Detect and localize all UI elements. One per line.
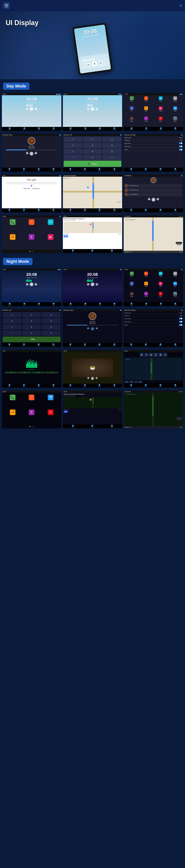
play-icon[interactable] [178, 419, 180, 421]
nav-icon[interactable]: ≡ [180, 3, 182, 8]
app-bt[interactable]: BBT [125, 106, 138, 116]
nav-auto[interactable]: AUTO [113, 168, 116, 171]
nav-email[interactable]: EMAIL [8, 303, 11, 306]
nav-apps[interactable]: APPS [159, 343, 162, 346]
nav-ctrl-2[interactable]: ↗ [144, 353, 149, 357]
nav-settings[interactable]: SETT [84, 343, 86, 346]
num-0[interactable]: 0 [83, 155, 102, 160]
social-item-1[interactable]: 华乐_999FIRE.mp3 [125, 184, 182, 188]
nav-ctrl-6[interactable]: ↙ [163, 353, 167, 357]
nav-phone[interactable]: DIAL [8, 168, 10, 171]
shortcut-music[interactable]: ♪ [23, 395, 41, 408]
num-star[interactable]: * [63, 155, 82, 160]
prev-ctrl[interactable]: ⏮ [26, 152, 28, 154]
nav-email[interactable]: EMAIL [8, 127, 11, 130]
prev-btn[interactable]: ⏮ [86, 62, 90, 67]
prev-ctrl[interactable]: ⏮ [26, 283, 28, 286]
nav-email[interactable]: EMAIL [130, 127, 133, 130]
power-toggle[interactable] [179, 149, 182, 150]
num-7[interactable]: 7 [3, 324, 22, 330]
app-netflix[interactable]: NNetflix [154, 292, 168, 301]
nav-auto[interactable]: AUTO [113, 303, 116, 306]
auto-answer-toggle[interactable] [179, 142, 182, 144]
nav-auto[interactable]: AUTO [174, 384, 177, 387]
num-6[interactable]: 6 [103, 143, 122, 148]
num-9[interactable]: 9 [103, 149, 122, 154]
num-3[interactable]: 3 [42, 312, 60, 317]
nav-phone[interactable]: DIAL [69, 343, 71, 346]
num-8[interactable]: 8 [83, 149, 102, 154]
nav-phone[interactable]: DIAL [69, 209, 71, 212]
shortcut-podcast[interactable]: 🎙 [23, 409, 41, 423]
prev-icon[interactable] [177, 419, 178, 421]
nav-auto[interactable]: AUTO [174, 127, 177, 130]
num-star[interactable]: * [3, 330, 22, 336]
num-4[interactable]: 4 [3, 318, 22, 323]
app-video[interactable]: ▶Video [154, 282, 168, 291]
nav-phone[interactable]: DIAL [8, 343, 10, 346]
play-ctrl[interactable]: ⏸ [90, 327, 95, 331]
nav-ctrl-3[interactable]: ➡ [149, 353, 153, 357]
nav-email[interactable]: EMAIL [69, 127, 72, 130]
shortcut-phone[interactable]: 📞 [4, 395, 22, 408]
nav-settings[interactable]: SETT [84, 127, 87, 130]
search-bar[interactable] [6, 182, 57, 184]
app-waze[interactable]: WWaze [154, 272, 168, 281]
auto-connect-toggle[interactable] [179, 146, 182, 147]
nav-phone[interactable]: DIAL [69, 168, 71, 171]
nav-phone[interactable]: DIAL [130, 343, 132, 346]
shortcut-maps[interactable]: 🗺 [42, 395, 59, 408]
next-ctrl[interactable]: ⏭ [157, 198, 159, 200]
num-6[interactable]: 6 [42, 318, 60, 323]
nav-auto[interactable]: AUTO [113, 384, 116, 387]
shortcut-podcast[interactable]: 🎙 [23, 234, 41, 248]
auto-answer-toggle[interactable] [179, 318, 182, 319]
app-podcast[interactable]: 🎙Podcast [139, 292, 153, 301]
nav-auto[interactable]: AUTO [52, 343, 55, 346]
nav-auto[interactable]: AUTO [174, 168, 177, 171]
nav-settings[interactable]: SETT [145, 127, 148, 130]
nav-auto[interactable]: AUTO [52, 127, 55, 130]
num-2[interactable]: 2 [83, 137, 102, 142]
mic-icon[interactable] [31, 185, 32, 186]
nav-auto[interactable]: AUTO [52, 384, 55, 387]
app-maps[interactable]: 🗺Maps [168, 106, 182, 116]
shortcut-waze[interactable]: W [42, 219, 59, 233]
play-btn[interactable]: ⏸ [91, 61, 98, 67]
next-ctrl[interactable]: ⏭ [34, 107, 37, 110]
play-ctrl[interactable]: ⏸ [90, 282, 95, 286]
eq-btn[interactable]: BASS [5, 372, 18, 373]
eq-btn[interactable]: TREB [32, 372, 45, 373]
num-2[interactable]: 2 [22, 312, 41, 317]
app-music[interactable]: ♪Music [139, 96, 153, 105]
play-ctrl[interactable]: ⏸ [90, 107, 95, 111]
num-7[interactable]: 7 [63, 149, 82, 154]
app-camera[interactable]: 📷Camera [168, 292, 182, 301]
shortcut-radio[interactable]: 📻 [4, 234, 22, 248]
nav-settings[interactable]: SETT [23, 343, 25, 346]
call-btn[interactable]: 📞 CALL [63, 161, 122, 167]
nav-settings[interactable]: SETT [91, 250, 94, 252]
nav-auto[interactable]: AUTO [113, 127, 116, 130]
power-toggle[interactable] [179, 324, 182, 326]
prev-ctrl[interactable]: ⏮ [26, 107, 28, 110]
nav-apps[interactable]: APPS [37, 343, 40, 346]
nav-settings[interactable]: SETT [84, 209, 86, 212]
num-9[interactable]: 9 [42, 324, 60, 330]
nav-apps[interactable]: APPS [38, 127, 40, 130]
nav-phone[interactable]: DIAL [69, 384, 71, 387]
btn-fav[interactable]: FAV [134, 381, 138, 383]
app-music[interactable]: ♪Music [139, 272, 153, 281]
eq-btn[interactable]: 3D [45, 372, 58, 373]
nav-apps[interactable]: APPS [159, 209, 162, 212]
play-ctrl[interactable]: ⏸ [30, 107, 33, 111]
shortcut-netflix[interactable]: N [42, 409, 59, 423]
nav-apps[interactable]: APPS [111, 425, 113, 428]
app-settings[interactable]: ⚙Settings [168, 96, 182, 105]
google-search-btn[interactable]: Google Search [23, 188, 31, 189]
app-podcast[interactable]: 🎙Podcast [139, 117, 153, 126]
prev-icon[interactable] [177, 244, 178, 245]
next-ctrl[interactable]: ⏭ [96, 327, 98, 330]
app-radio[interactable]: 📻Radio [139, 282, 153, 291]
nav-phone[interactable]: DIAL [8, 384, 10, 387]
